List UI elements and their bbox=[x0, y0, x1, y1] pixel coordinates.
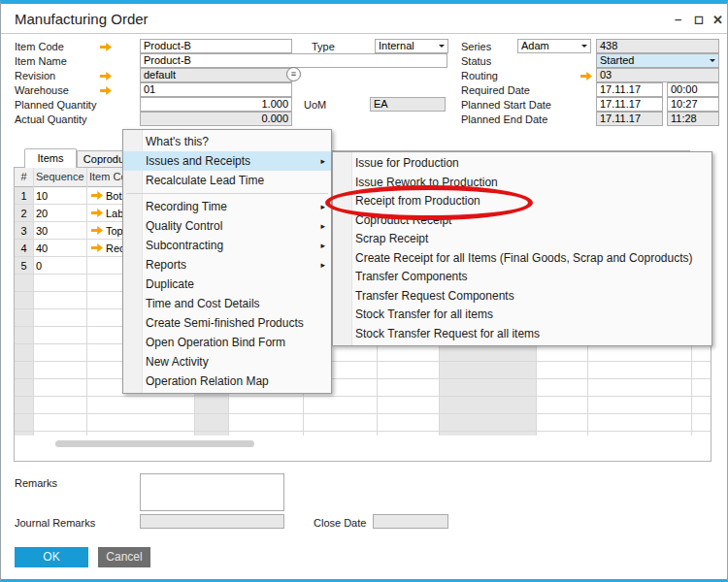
issues-and-receipts-submenu: Issue for ProductionIssue Rework to Prod… bbox=[332, 151, 712, 346]
menu-item[interactable]: New Activity bbox=[123, 352, 331, 372]
routing-link-arrow-icon[interactable] bbox=[580, 72, 592, 81]
row-number-cell: 4 bbox=[15, 240, 33, 257]
row-number-cell: 2 bbox=[15, 205, 33, 222]
menu-item-label: Quality Control bbox=[146, 219, 222, 233]
horizontal-scrollbar[interactable] bbox=[55, 440, 254, 447]
menu-item[interactable]: Stock Transfer for all items bbox=[333, 306, 711, 325]
menu-item[interactable]: Quality Control▸ bbox=[123, 216, 331, 236]
actual-quantity-label: Actual Quantity bbox=[15, 113, 87, 125]
table-row[interactable] bbox=[15, 379, 711, 397]
menu-item[interactable]: Transfer Components bbox=[333, 268, 711, 287]
item-link-arrow-icon[interactable] bbox=[91, 191, 103, 200]
planned-start-time-field[interactable]: 10:27 bbox=[667, 97, 719, 112]
submenu-caret-icon: ▸ bbox=[320, 216, 325, 236]
table-row[interactable] bbox=[15, 362, 711, 379]
menu-item[interactable]: Create Receipt for all Items (Final Good… bbox=[333, 249, 711, 269]
menu-item[interactable]: Issues and Receipts▸ bbox=[123, 151, 331, 171]
menu-item[interactable]: Scrap Receipt bbox=[333, 230, 711, 249]
planned-end-time-field[interactable]: 11:28 bbox=[667, 112, 719, 126]
menu-item-label: What's this? bbox=[146, 135, 209, 148]
menu-item[interactable]: Recording Time▸ bbox=[123, 197, 331, 216]
type-label: Type bbox=[312, 41, 335, 52]
journal-remarks-field[interactable] bbox=[140, 514, 284, 529]
close-date-field[interactable] bbox=[373, 514, 448, 529]
uom-field[interactable]: EA bbox=[370, 97, 446, 112]
menu-item-label: Scrap Receipt bbox=[355, 232, 428, 245]
planned-end-date-field[interactable]: 17.11.17 bbox=[596, 112, 663, 126]
required-date-field[interactable]: 17.11.17 bbox=[596, 82, 663, 97]
menu-item-label: Time and Cost Details bbox=[146, 297, 260, 310]
maximize-icon[interactable]: ◻ bbox=[694, 13, 704, 26]
item-link-arrow-icon[interactable] bbox=[91, 209, 103, 217]
item-name-label: Item Name bbox=[15, 55, 67, 67]
menu-item[interactable]: Recalculate Lead Time bbox=[123, 171, 331, 190]
col-header-num[interactable]: # bbox=[15, 168, 33, 186]
menu-item[interactable]: Issue for Production bbox=[333, 154, 711, 174]
menu-item[interactable]: Create Semi-finished Products bbox=[123, 313, 331, 333]
revision-field[interactable]: default bbox=[140, 68, 292, 82]
item-code-field[interactable]: Product-B bbox=[140, 39, 292, 53]
type-dropdown[interactable]: Internal bbox=[375, 39, 448, 53]
menu-item[interactable]: Transfer Request Components bbox=[333, 287, 711, 307]
menu-item-label: New Activity bbox=[146, 355, 209, 369]
menu-item[interactable]: Stock Transfer Request for all items bbox=[333, 325, 711, 344]
warehouse-label: Warehouse bbox=[15, 84, 69, 96]
tab-items[interactable]: Items bbox=[24, 148, 77, 168]
menu-item-label: Recording Time bbox=[146, 200, 227, 213]
minimize-icon[interactable]: – bbox=[675, 12, 681, 26]
menu-item[interactable]: Subcontracting▸ bbox=[123, 236, 331, 255]
planned-quantity-field[interactable]: 1.000 bbox=[140, 97, 292, 112]
remarks-textarea[interactable] bbox=[140, 473, 284, 511]
warehouse-link-arrow-icon[interactable] bbox=[100, 86, 112, 95]
menu-item[interactable]: Open Operation Bind Form bbox=[123, 333, 331, 352]
item-link-arrow-icon[interactable] bbox=[91, 226, 103, 235]
row-item-code-cell: Lab bbox=[106, 205, 123, 222]
actual-quantity-field[interactable]: 0.000 bbox=[140, 112, 292, 126]
menu-item[interactable]: Operation Relation Map bbox=[123, 372, 331, 391]
menu-item[interactable]: Duplicate bbox=[123, 275, 331, 294]
required-time-field[interactable]: 00:00 bbox=[667, 82, 719, 97]
row-item-code-cell: Top bbox=[106, 222, 123, 240]
menu-item[interactable]: What's this? bbox=[123, 132, 331, 151]
row-sequence-cell: 0 bbox=[36, 257, 42, 275]
revision-list-icon[interactable]: ≡ bbox=[286, 67, 301, 81]
menu-item[interactable]: Receipt from Production bbox=[333, 192, 711, 211]
series-number-field[interactable]: 438 bbox=[596, 39, 719, 53]
routing-field[interactable]: 03 bbox=[596, 68, 719, 82]
row-number-cell: 5 bbox=[15, 257, 33, 275]
warehouse-field[interactable]: 01 bbox=[140, 82, 292, 97]
item-name-field[interactable]: Product-B bbox=[140, 53, 447, 68]
table-row[interactable] bbox=[15, 344, 711, 362]
context-menu: What's this?Issues and Receipts▸Recalcul… bbox=[122, 129, 332, 394]
planned-quantity-label: Planned Quantity bbox=[15, 99, 96, 111]
menu-item[interactable]: Issue Rework to Production bbox=[333, 174, 711, 193]
planned-start-date-field[interactable]: 17.11.17 bbox=[596, 97, 663, 112]
close-icon[interactable]: ✕ bbox=[712, 13, 723, 27]
window-title: Manufacturing Order bbox=[15, 11, 149, 27]
revision-link-arrow-icon[interactable] bbox=[100, 72, 112, 81]
table-row[interactable] bbox=[15, 414, 711, 432]
close-date-label: Close Date bbox=[314, 517, 366, 529]
chevron-down-icon bbox=[710, 59, 715, 65]
cancel-button[interactable]: Cancel bbox=[98, 547, 150, 567]
menu-separator bbox=[126, 193, 328, 194]
ok-button[interactable]: OK bbox=[15, 547, 88, 567]
item-link-arrow-icon[interactable] bbox=[91, 243, 103, 252]
menu-item-label: Duplicate bbox=[146, 277, 194, 291]
menu-item[interactable]: Time and Cost Details bbox=[123, 294, 331, 313]
table-row[interactable] bbox=[15, 397, 711, 414]
menu-item-label: Stock Transfer Request for all items bbox=[355, 327, 540, 340]
series-dropdown[interactable]: Adam bbox=[517, 39, 591, 53]
remarks-label: Remarks bbox=[15, 477, 57, 489]
submenu-caret-icon: ▸ bbox=[320, 255, 325, 275]
menu-item-label: Issues and Receipts bbox=[146, 154, 250, 168]
title-separator bbox=[1, 33, 728, 34]
status-dropdown[interactable]: Started bbox=[596, 53, 719, 68]
menu-item[interactable]: Reports▸ bbox=[123, 255, 331, 275]
item-code-link-arrow-icon[interactable] bbox=[100, 43, 112, 51]
row-number-cell: 1 bbox=[15, 187, 33, 205]
col-header-sequence[interactable]: Sequence bbox=[36, 168, 84, 186]
menu-item[interactable]: Coproduct Receipt bbox=[333, 211, 711, 231]
series-value: Adam bbox=[521, 40, 549, 51]
revision-label: Revision bbox=[15, 70, 55, 81]
